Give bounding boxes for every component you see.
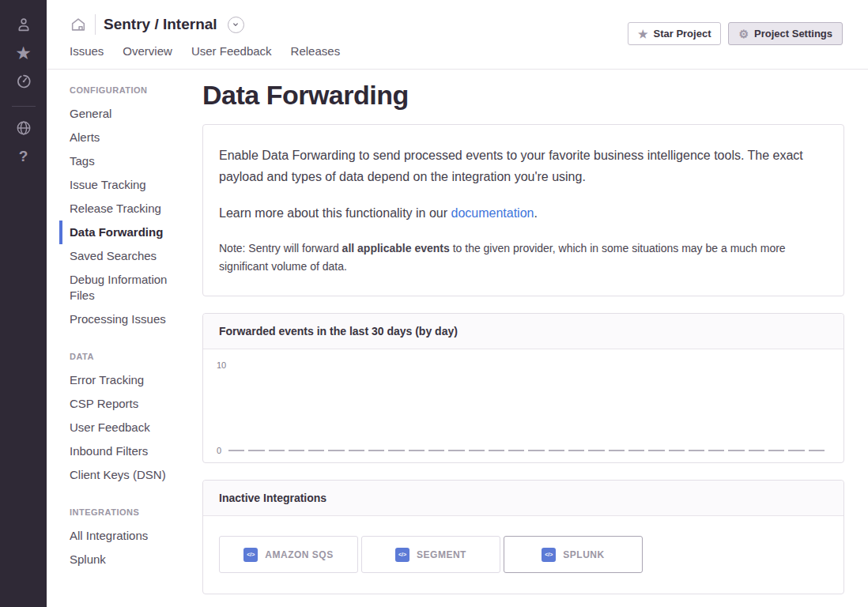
nav-section-configuration: CONFIGURATION General Alerts Tags Issue …	[70, 85, 194, 331]
nav-heading-configuration: CONFIGURATION	[70, 85, 194, 95]
settings-body: CONFIGURATION General Alerts Tags Issue …	[47, 70, 868, 607]
chart-bar	[728, 450, 744, 451]
header-actions: ★ Star Project ⚙ Project Settings	[628, 22, 843, 45]
chart-bar	[788, 450, 804, 451]
main-column: Sentry / Internal Issues Overview User F…	[47, 0, 868, 607]
chart-bar	[409, 450, 425, 451]
chart-bar	[528, 450, 544, 451]
tab-overview[interactable]: Overview	[123, 44, 172, 58]
integration-label: AMAZON SQS	[265, 549, 333, 560]
chart-bar	[448, 450, 464, 451]
sidebar-item-general[interactable]: General	[70, 102, 194, 126]
page-title: Data Forwarding	[202, 80, 844, 111]
sidebar-item-processing-issues[interactable]: Processing Issues	[70, 307, 194, 331]
project-tabs: Issues Overview User Feedback Releases	[70, 44, 868, 58]
sidebar-item-error-tracking[interactable]: Error Tracking	[70, 368, 194, 392]
y-axis-tick-min: 0	[217, 446, 221, 455]
learn-more-suffix: .	[534, 206, 537, 220]
main-content: Data Forwarding Enable Data Forwarding t…	[202, 70, 868, 607]
note-bold: all applicable events	[342, 242, 450, 254]
globe-icon[interactable]	[13, 118, 34, 138]
chart-area: 10 0	[203, 349, 843, 462]
sidebar-item-tags[interactable]: Tags	[70, 149, 194, 173]
sidebar-item-all-integrations[interactable]: All Integrations	[70, 524, 194, 548]
tab-issues[interactable]: Issues	[70, 44, 104, 58]
user-icon[interactable]	[13, 14, 34, 35]
sidebar-item-release-tracking[interactable]: Release Tracking	[70, 197, 194, 221]
chart-bar	[768, 450, 784, 451]
chart-bar	[289, 450, 304, 451]
star-project-label: Star Project	[653, 28, 711, 40]
chart-bar	[489, 450, 504, 451]
sidebar-item-client-keys[interactable]: Client Keys (DSN)	[70, 463, 194, 487]
sidebar-item-csp-reports[interactable]: CSP Reports	[70, 392, 194, 416]
note-prefix: Note: Sentry will forward	[219, 242, 342, 254]
chevron-down-icon[interactable]	[228, 17, 244, 33]
chart-bar	[469, 450, 485, 451]
chart-panel-title: Forwarded events in the last 30 days (by…	[203, 314, 843, 349]
home-icon[interactable]	[70, 16, 87, 33]
chart-bar	[708, 450, 724, 451]
chart-bar	[588, 450, 604, 451]
tab-releases[interactable]: Releases	[291, 44, 341, 58]
learn-more-text: Learn more about this functionality in o…	[219, 206, 451, 220]
help-icon[interactable]: ?	[13, 146, 34, 167]
tab-user-feedback[interactable]: User Feedback	[191, 44, 272, 58]
nav-heading-integrations: INTEGRATIONS	[70, 507, 194, 517]
integration-card-segment[interactable]: </> SEGMENT	[361, 536, 500, 573]
chart-bar	[328, 450, 344, 451]
project-title[interactable]: Sentry / Internal	[104, 16, 217, 33]
integration-card-splunk[interactable]: </> SPLUNK	[504, 536, 643, 573]
intro-panel: Enable Data Forwarding to send processed…	[202, 124, 844, 296]
chart-bar	[228, 450, 244, 451]
integration-label: SPLUNK	[563, 549, 604, 560]
y-axis-tick-max: 10	[217, 360, 226, 370]
settings-nav: CONFIGURATION General Alerts Tags Issue …	[47, 70, 202, 607]
project-header: Sentry / Internal Issues Overview User F…	[47, 0, 868, 70]
learn-more-paragraph: Learn more about this functionality in o…	[219, 202, 828, 224]
nav-section-integrations: INTEGRATIONS All Integrations Splunk	[70, 507, 194, 571]
code-icon: </>	[395, 548, 409, 562]
chart-bar	[628, 450, 644, 451]
chart-bar	[248, 450, 264, 451]
integration-card-amazon-sqs[interactable]: </> AMAZON SQS	[219, 536, 358, 573]
sidebar-item-debug-information-files[interactable]: Debug Information Files	[70, 268, 194, 307]
sidebar-item-user-feedback[interactable]: User Feedback	[70, 416, 194, 439]
app-root: ★ ? Sentry / Internal Issues	[0, 0, 868, 607]
code-icon: </>	[243, 548, 258, 562]
chart-bar	[568, 450, 584, 451]
star-icon: ★	[638, 28, 648, 40]
chart-bar	[428, 450, 444, 451]
chart-bar	[689, 450, 704, 451]
breadcrumb-divider	[95, 14, 96, 35]
sidebar-item-data-forwarding[interactable]: Data Forwarding	[59, 221, 194, 244]
star-icon[interactable]: ★	[13, 43, 34, 63]
sidebar-item-alerts[interactable]: Alerts	[70, 126, 194, 149]
sidebar-item-splunk[interactable]: Splunk	[70, 548, 194, 571]
nav-section-data: DATA Error Tracking CSP Reports User Fee…	[70, 352, 194, 487]
documentation-link[interactable]: documentation	[451, 206, 534, 220]
global-sidebar: ★ ?	[0, 0, 47, 607]
sidebar-item-inbound-filters[interactable]: Inbound Filters	[70, 439, 194, 463]
chart-bars	[228, 450, 825, 451]
chart-bar	[508, 450, 524, 451]
chart-bar	[269, 450, 285, 451]
inactive-integrations-panel: Inactive Integrations </> AMAZON SQS </>…	[202, 480, 844, 594]
gear-icon: ⚙	[738, 28, 749, 40]
rail-divider	[12, 106, 36, 107]
history-icon[interactable]	[13, 71, 34, 92]
sidebar-item-issue-tracking[interactable]: Issue Tracking	[70, 173, 194, 197]
sidebar-item-saved-searches[interactable]: Saved Searches	[70, 244, 194, 268]
note-paragraph: Note: Sentry will forward all applicable…	[219, 239, 828, 277]
chart-bar	[388, 450, 404, 451]
intro-paragraph: Enable Data Forwarding to send processed…	[219, 145, 828, 187]
chart-bar	[368, 450, 384, 451]
integration-label: SEGMENT	[417, 549, 466, 560]
integrations-panel-title: Inactive Integrations	[203, 481, 843, 516]
chart-bar	[669, 450, 685, 451]
integration-cards: </> AMAZON SQS </> SEGMENT </> SPLUNK	[203, 516, 843, 594]
forwarded-events-chart-panel: Forwarded events in the last 30 days (by…	[202, 313, 844, 463]
project-settings-button[interactable]: ⚙ Project Settings	[728, 22, 843, 45]
star-project-button[interactable]: ★ Star Project	[628, 22, 722, 45]
chart-bar	[809, 450, 825, 451]
